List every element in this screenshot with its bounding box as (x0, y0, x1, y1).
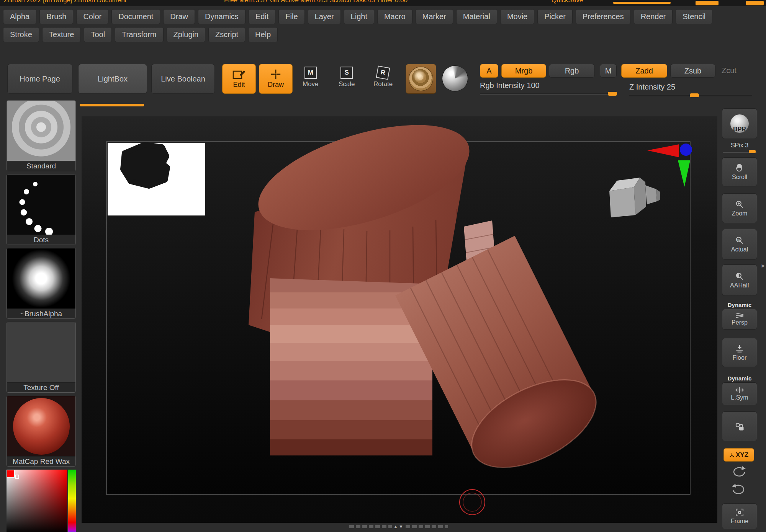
aahalf-button[interactable]: AAHalf (722, 264, 757, 296)
persp-label: Persp (732, 319, 748, 326)
lock-camera-button[interactable] (722, 411, 757, 441)
z-intensity-handle[interactable] (690, 93, 699, 97)
rgb-toggle[interactable]: Rgb (549, 64, 595, 78)
dynamic-lsym-label: Dynamic (722, 375, 757, 382)
menu-stroke[interactable]: Stroke (3, 27, 39, 42)
menu-zscript[interactable]: Zscript (208, 27, 245, 42)
bpr-button[interactable]: BPR (722, 108, 757, 139)
rgb-intensity-track[interactable] (480, 93, 617, 95)
texture-thumbnail (7, 322, 75, 382)
scale-button[interactable]: S Scale (339, 67, 355, 88)
move-button[interactable]: M Move (303, 67, 319, 88)
scroll-button[interactable]: Scroll (722, 157, 757, 186)
menu-render[interactable]: Render (634, 9, 673, 24)
spix-handle[interactable] (749, 150, 756, 153)
scrollbar-track-left[interactable] (349, 525, 392, 528)
edit-label: Edit (233, 81, 245, 89)
rotate-button[interactable]: R Rotate (373, 67, 393, 88)
tray-expand-icon[interactable]: ► (761, 263, 766, 269)
menu-light[interactable]: Light (344, 9, 374, 24)
brush-selector[interactable]: Standard (7, 100, 76, 171)
scroll-down-icon[interactable]: ▼ (399, 524, 404, 529)
menu-dynamics[interactable]: Dynamics (198, 9, 246, 24)
zsub-toggle[interactable]: Zsub (670, 64, 715, 78)
frame-label: Frame (731, 518, 748, 525)
titlebar-slider[interactable] (613, 2, 671, 4)
rotate-view-button-2[interactable] (731, 483, 746, 496)
hue-strip[interactable] (68, 470, 76, 532)
menu-marker[interactable]: Marker (416, 9, 453, 24)
current-matcap-button[interactable] (406, 64, 436, 94)
menu-texture[interactable]: Texture (42, 27, 81, 42)
material-selector[interactable]: MatCap Red Wax (7, 396, 76, 467)
top-shelf: Home Page LightBox Live Boolean Edit Dra… (0, 61, 766, 108)
brush-thumbnail (7, 101, 75, 161)
menu-tool[interactable]: Tool (84, 27, 112, 42)
menu-stencil[interactable]: Stencil (676, 9, 712, 24)
menu-preferences[interactable]: Preferences (576, 9, 631, 24)
texture-selector[interactable]: Texture Off (7, 322, 76, 393)
current-color-swatch[interactable] (7, 470, 15, 478)
lsym-button[interactable]: L.Sym (722, 382, 757, 405)
texture-label: Texture Off (7, 382, 75, 392)
scrollbar-track-right[interactable] (406, 525, 448, 528)
titlebar-button[interactable] (696, 1, 719, 5)
spix-slider[interactable] (723, 152, 756, 153)
stroke-selector[interactable]: Dots (7, 174, 76, 245)
left-shelf: Standard Dots ~BrushAlpha Tex (7, 100, 76, 532)
rotate-view-button-1[interactable] (731, 465, 746, 479)
menu-row-1: Alpha Brush Color Document Draw Dynamics… (0, 8, 766, 26)
z-intensity-slider[interactable]: Z Intensity 25 (629, 83, 752, 96)
menu-edit[interactable]: Edit (249, 9, 275, 24)
menu-transform[interactable]: Transform (115, 27, 163, 42)
menu-color[interactable]: Color (76, 9, 108, 24)
menu-material[interactable]: Material (456, 9, 497, 24)
titlebar-button-2[interactable] (746, 1, 764, 5)
lightbox-button[interactable]: LightBox (78, 64, 147, 94)
menu-help[interactable]: Help (248, 27, 278, 42)
z-intensity-track[interactable] (629, 95, 752, 96)
persp-button[interactable]: Persp (722, 309, 757, 330)
home-page-button[interactable]: Home Page (7, 64, 72, 94)
document-canvas[interactable] (82, 116, 717, 523)
scroll-up-icon[interactable]: ▲ (393, 524, 399, 529)
menu-movie[interactable]: Movie (500, 9, 534, 24)
color-picker[interactable] (7, 470, 76, 532)
alpha-selector[interactable]: ~BrushAlpha (7, 248, 76, 319)
draw-button[interactable]: Draw (259, 64, 293, 94)
saturation-value-area[interactable] (7, 470, 67, 532)
rgb-intensity-slider[interactable]: Rgb Intensity 100 (480, 81, 617, 95)
floor-button[interactable]: Floor (722, 338, 757, 367)
menu-layer[interactable]: Layer (308, 9, 341, 24)
menu-macro[interactable]: Macro (377, 9, 412, 24)
menu-document[interactable]: Document (111, 9, 160, 24)
menu-file[interactable]: File (278, 9, 304, 24)
edit-button[interactable]: Edit (222, 64, 256, 94)
stroke-thumbnail (7, 175, 75, 235)
canvas-bottom-scrollbar[interactable]: ▲▼ (349, 524, 448, 529)
titlebar-quicksave[interactable]: QuickSave (552, 0, 583, 4)
zcut-toggle[interactable]: Zcut (722, 66, 737, 75)
mrgb-toggle[interactable]: Mrgb (501, 64, 546, 78)
material-label: MatCap Red Wax (7, 456, 75, 466)
a-toggle[interactable]: A (480, 64, 498, 78)
menu-picker[interactable]: Picker (537, 9, 573, 24)
live-boolean-button[interactable]: Live Boolean (151, 64, 215, 94)
zadd-toggle[interactable]: Zadd (621, 64, 667, 78)
current-material-button[interactable] (442, 65, 468, 91)
rgb-intensity-handle[interactable] (608, 92, 617, 96)
spix-label[interactable]: SPix 3 (722, 142, 757, 149)
menu-alpha[interactable]: Alpha (3, 9, 36, 24)
menu-zplugin[interactable]: Zplugin (167, 27, 206, 42)
menu-brush[interactable]: Brush (39, 9, 73, 24)
material-thumbnail (7, 396, 75, 456)
frame-button[interactable]: Frame (722, 503, 757, 529)
lightbox-indicator-bar[interactable] (80, 104, 144, 106)
menu-draw[interactable]: Draw (163, 9, 195, 24)
actual-button[interactable]: x1 Actual (722, 229, 757, 259)
zoom-button[interactable]: Zoom (722, 193, 757, 223)
sv-cursor[interactable] (15, 475, 19, 479)
rotate-arrow-icon (731, 465, 746, 479)
m-toggle[interactable]: M (600, 64, 617, 78)
xyz-button[interactable]: XYZ (723, 448, 754, 462)
